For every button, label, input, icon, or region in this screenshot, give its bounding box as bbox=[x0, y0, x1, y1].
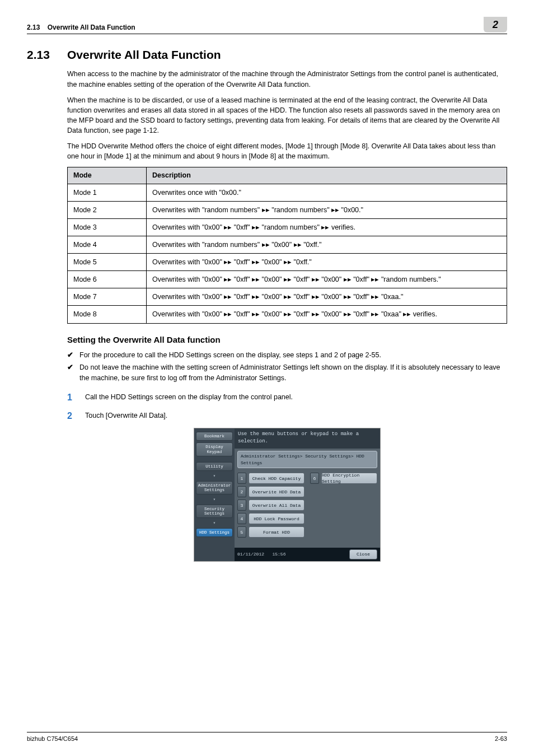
paragraph: When access to the machine by the admini… bbox=[67, 69, 507, 89]
option-overwrite-hdd-data[interactable]: 2 Overwrite HDD Data bbox=[237, 486, 305, 497]
screenshot-topbar: Use the menu buttons or keypad to make a… bbox=[235, 428, 380, 449]
screenshot-date: 01/11/2012 bbox=[237, 552, 264, 557]
option-number: 4 bbox=[237, 513, 246, 524]
table-header-mode: Mode bbox=[68, 167, 147, 184]
step-2: 2 Touch [Overwrite All Data]. bbox=[67, 409, 507, 422]
chevron-down-icon: ▾ bbox=[196, 496, 233, 503]
table-row: Mode 7Overwrites with "0x00" ▸▸ "0xff" ▸… bbox=[68, 288, 507, 306]
bookmark-button[interactable]: Bookmark bbox=[196, 432, 233, 441]
step-text: Touch [Overwrite All Data]. bbox=[85, 409, 167, 422]
section-number: 2.13 bbox=[27, 46, 54, 63]
breadcrumb: Administrator Settings> Security Setting… bbox=[237, 451, 377, 468]
option-number: 3 bbox=[237, 500, 246, 511]
close-button[interactable]: Close bbox=[349, 549, 377, 559]
table-row: Mode 2Overwrites with "random numbers" ▸… bbox=[68, 201, 507, 218]
option-format-hdd[interactable]: 5 Format HDD bbox=[237, 526, 305, 538]
security-settings-crumb[interactable]: Security Settings bbox=[196, 505, 233, 519]
footer-model: bizhub C754/C654 bbox=[27, 735, 78, 744]
option-number: 2 bbox=[237, 486, 246, 497]
option-hdd-encryption-setting[interactable]: 6 HDD Encryption Setting bbox=[310, 473, 377, 484]
table-row: Mode 5Overwrites with "0x00" ▸▸ "0xff" ▸… bbox=[68, 254, 507, 271]
paragraph: When the machine is to be discarded, or … bbox=[67, 95, 507, 136]
modes-table: Mode Description Mode 1Overwrites once w… bbox=[67, 167, 507, 323]
option-label: HDD Encryption Setting bbox=[321, 473, 377, 484]
option-number: 6 bbox=[310, 473, 319, 484]
option-label: Check HDD Capacity bbox=[249, 473, 305, 484]
option-check-hdd-capacity[interactable]: 1 Check HDD Capacity bbox=[237, 473, 305, 484]
option-label: Format HDD bbox=[249, 526, 305, 538]
section-title: Overwrite All Data Function bbox=[67, 46, 221, 63]
option-label: Overwrite HDD Data bbox=[249, 486, 305, 497]
header-section-no: 2.13 bbox=[27, 24, 40, 31]
check-item: For the procedure to call the HDD Settin… bbox=[67, 350, 507, 360]
screenshot-sidebar: Bookmark Display Keypad Utility ▾ Admini… bbox=[194, 428, 235, 561]
table-header-description: Description bbox=[147, 167, 507, 184]
screenshot-time: 15:56 bbox=[272, 552, 285, 557]
admin-settings-crumb[interactable]: Administrator Settings bbox=[196, 481, 233, 495]
screenshot-main: Use the menu buttons or keypad to make a… bbox=[235, 428, 380, 561]
utility-crumb[interactable]: Utility bbox=[196, 462, 233, 471]
footer-page-number: 2-63 bbox=[495, 735, 507, 744]
chevron-down-icon: ▾ bbox=[196, 520, 233, 526]
chevron-down-icon: ▾ bbox=[196, 473, 233, 479]
paragraph: The HDD Overwrite Method offers the choi… bbox=[67, 141, 507, 161]
device-screenshot: Bookmark Display Keypad Utility ▾ Admini… bbox=[194, 428, 381, 562]
header-title: Overwrite All Data Function bbox=[48, 24, 135, 31]
subsection-heading: Setting the Overwrite All Data function bbox=[67, 334, 507, 346]
option-hdd-lock-password[interactable]: 4 HDD Lock Password bbox=[237, 513, 305, 524]
check-item: Do not leave the machine with the settin… bbox=[67, 362, 507, 382]
table-row: Mode 6Overwrites with "0x00" ▸▸ "0xff" ▸… bbox=[68, 271, 507, 288]
option-label: Overwrite All Data bbox=[249, 500, 305, 511]
check-list: For the procedure to call the HDD Settin… bbox=[67, 350, 507, 382]
step-text: Call the HDD Settings screen on the disp… bbox=[85, 391, 293, 404]
step-number: 2 bbox=[67, 409, 76, 422]
display-keypad-button[interactable]: Display Keypad bbox=[196, 442, 233, 456]
option-number: 1 bbox=[237, 473, 246, 484]
table-row: Mode 3Overwrites with "0x00" ▸▸ "0xff" ▸… bbox=[68, 218, 507, 236]
option-overwrite-all-data[interactable]: 3 Overwrite All Data bbox=[237, 500, 305, 511]
option-label: HDD Lock Password bbox=[249, 513, 305, 524]
table-row: Mode 8Overwrites with "0x00" ▸▸ "0xff" ▸… bbox=[68, 306, 507, 323]
option-number: 5 bbox=[237, 526, 246, 538]
chapter-tab: 2 bbox=[484, 17, 507, 32]
table-row: Mode 1Overwrites once with "0x00." bbox=[68, 184, 507, 201]
step-number: 1 bbox=[67, 391, 76, 404]
step-1: 1 Call the HDD Settings screen on the di… bbox=[67, 391, 507, 404]
section-heading: 2.13 Overwrite All Data Function bbox=[27, 46, 507, 63]
table-row: Mode 4Overwrites with "random numbers" ▸… bbox=[68, 236, 507, 253]
hdd-settings-crumb-active[interactable]: HDD Settings bbox=[196, 528, 233, 537]
